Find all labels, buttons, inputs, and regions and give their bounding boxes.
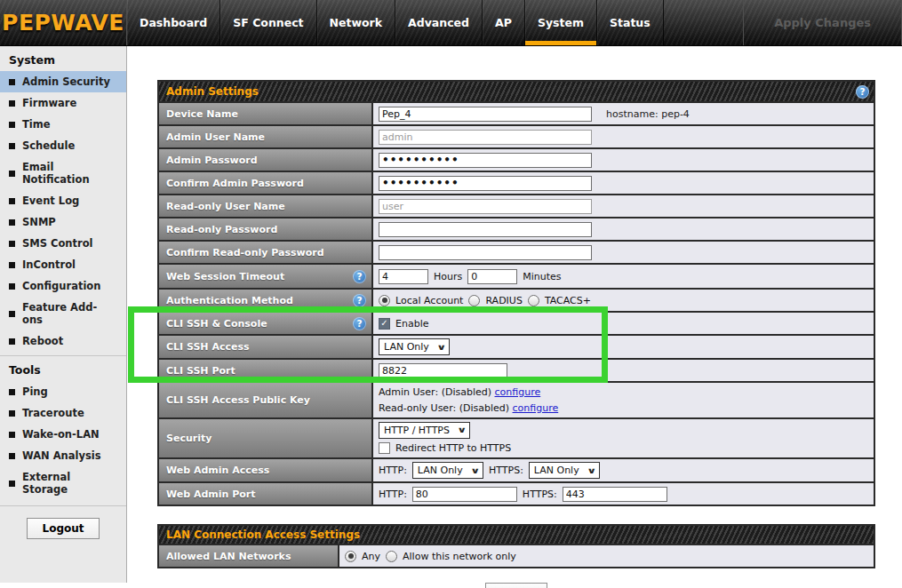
square-bullet-icon [9, 171, 15, 177]
row-label-text: CLI SSH Port [166, 365, 235, 377]
radio-radius[interactable] [468, 295, 480, 306]
row-value [373, 360, 874, 381]
row-value [373, 219, 874, 240]
tab-dashboard[interactable]: Dashboard [127, 0, 220, 45]
redirect-https-checkbox[interactable] [379, 442, 390, 454]
row-label-text: Web Admin Port [166, 489, 256, 500]
square-bullet-icon [9, 283, 15, 290]
sidebar-item-traceroute[interactable]: Traceroute [0, 402, 126, 424]
tab-status[interactable]: Status [597, 0, 664, 45]
sidebar-item-schedule[interactable]: Schedule [0, 135, 126, 156]
square-bullet-icon [9, 79, 15, 85]
tab-system[interactable]: System [525, 0, 597, 45]
row-label: CLI SSH Port [159, 360, 373, 381]
admin-user-name-input[interactable] [379, 130, 592, 145]
sidebar-item-email-notification[interactable]: Email Notification [0, 156, 126, 190]
http-port-input[interactable] [412, 487, 517, 502]
apply-changes-button[interactable]: Apply Changes [743, 0, 902, 45]
sidebar-item-wan-analysis[interactable]: WAN Analysis [0, 445, 126, 466]
row-label-text: CLI SSH Access Public Key [166, 394, 310, 406]
sidebar-item-label: Schedule [22, 139, 75, 152]
sidebar-item-label: Event Log [22, 195, 79, 207]
sidebar-item-incontrol[interactable]: InControl [0, 254, 126, 275]
row-security: Security HTTP / HTTPS ∨ Redirect HTTP to… [159, 417, 874, 457]
sidebar-item-ping[interactable]: Ping [0, 381, 126, 402]
read-only-password-input[interactable] [379, 222, 592, 237]
sidebar-item-time[interactable]: Time [0, 114, 126, 135]
square-bullet-icon [9, 262, 15, 268]
row-label-text: Confirm Admin Password [166, 178, 304, 189]
save-button[interactable]: Save [485, 583, 547, 588]
row-label-text: Web Admin Access [166, 465, 269, 476]
cli-ssh-access-select[interactable]: LAN Only ∨ [379, 338, 450, 355]
tab-network[interactable]: Network [317, 0, 396, 45]
sidebar-item-label: Time [22, 118, 51, 131]
pubkey-admin-status: Admin User: (Disabled) [379, 386, 495, 398]
radio-allow-this-network-only[interactable] [386, 551, 397, 562]
sidebar-item-label: Admin Security [22, 75, 110, 88]
tab-ap[interactable]: AP [483, 0, 525, 45]
row-admin-password: Admin Password [159, 147, 874, 171]
https-port-input[interactable] [563, 487, 667, 502]
square-bullet-icon [9, 122, 15, 128]
sidebar-item-label: Reboot [22, 335, 63, 347]
row-value [373, 242, 874, 263]
sidebar-item-firmware[interactable]: Firmware [0, 92, 126, 114]
tab-label: Status [610, 16, 651, 29]
help-icon[interactable]: ? [353, 317, 366, 330]
square-bullet-icon [9, 410, 15, 417]
radio-label-tacacs: TACACS+ [545, 295, 591, 306]
row-cli-ssh-public-key: CLI SSH Access Public Key Admin User: (D… [159, 381, 874, 417]
tab-label: Dashboard [140, 16, 207, 29]
help-icon[interactable]: ? [856, 85, 869, 99]
row-label-text: Admin User Name [166, 131, 265, 143]
sidebar-header-tools: Tools [0, 356, 126, 381]
sidebar-item-admin-security[interactable]: Admin Security [0, 71, 126, 92]
square-bullet-icon [9, 338, 15, 345]
row-value: ✓ Enable [373, 313, 874, 334]
configure-admin-link[interactable]: configure [495, 386, 541, 398]
timeout-hours-input[interactable] [379, 269, 428, 284]
configure-readonly-link[interactable]: configure [513, 402, 559, 414]
tab-sf-connect[interactable]: SF Connect [220, 0, 316, 45]
read-only-user-name-input[interactable] [379, 199, 592, 214]
help-icon[interactable]: ? [353, 294, 366, 307]
sidebar-item-configuration[interactable]: Configuration [0, 275, 126, 297]
chevron-down-icon: ∨ [436, 343, 446, 352]
confirm-admin-password-input[interactable] [379, 176, 592, 191]
sidebar-item-reboot[interactable]: Reboot [0, 330, 126, 352]
pubkey-admin-line: Admin User: (Disabled) configure [379, 385, 540, 399]
cli-ssh-enable-checkbox[interactable]: ✓ [379, 318, 390, 330]
http-access-select[interactable]: LAN Only ∨ [412, 462, 483, 479]
logout-button[interactable]: Logout [27, 518, 99, 539]
square-bullet-icon [9, 219, 15, 226]
radio-any[interactable] [345, 551, 356, 562]
radio-local-account[interactable] [379, 295, 390, 306]
sidebar-item-label: Feature Add-ons [22, 301, 117, 326]
sidebar-item-event-log[interactable]: Event Log [0, 190, 126, 211]
section-title: Admin Settings [166, 85, 259, 98]
chevron-down-icon: ∨ [457, 424, 467, 437]
security-select[interactable]: HTTP / HTTPS ∨ [379, 422, 470, 439]
square-bullet-icon [9, 481, 15, 487]
cli-ssh-port-input[interactable] [379, 363, 507, 378]
row-label: Confirm Read-only Password [159, 242, 373, 263]
tab-advanced[interactable]: Advanced [395, 0, 483, 45]
sidebar-item-external-storage[interactable]: External Storage [0, 466, 126, 500]
row-label-text: Confirm Read-only Password [166, 247, 324, 258]
row-allowed-lan-networks: Allowed LAN Networks Any Allow this netw… [159, 544, 874, 567]
row-read-only-password: Read-only Password [159, 217, 874, 240]
sidebar-item-feature-add-ons[interactable]: Feature Add-ons [0, 297, 126, 330]
row-web-session-timeout: Web Session Timeout ? Hours Minutes [159, 263, 874, 288]
timeout-minutes-input[interactable] [467, 269, 517, 284]
device-name-input[interactable] [379, 107, 592, 122]
confirm-read-only-password-input[interactable] [379, 245, 592, 260]
help-icon[interactable]: ? [353, 270, 366, 283]
sidebar-item-snmp[interactable]: SNMP [0, 211, 126, 233]
sidebar-item-wake-on-lan[interactable]: Wake-on-LAN [0, 424, 126, 445]
sidebar-item-sms-control[interactable]: SMS Control [0, 233, 126, 254]
radio-tacacs[interactable] [528, 295, 539, 306]
radio-label-radius: RADIUS [485, 295, 522, 306]
admin-password-input[interactable] [379, 153, 592, 168]
https-access-select[interactable]: LAN Only ∨ [529, 462, 600, 479]
